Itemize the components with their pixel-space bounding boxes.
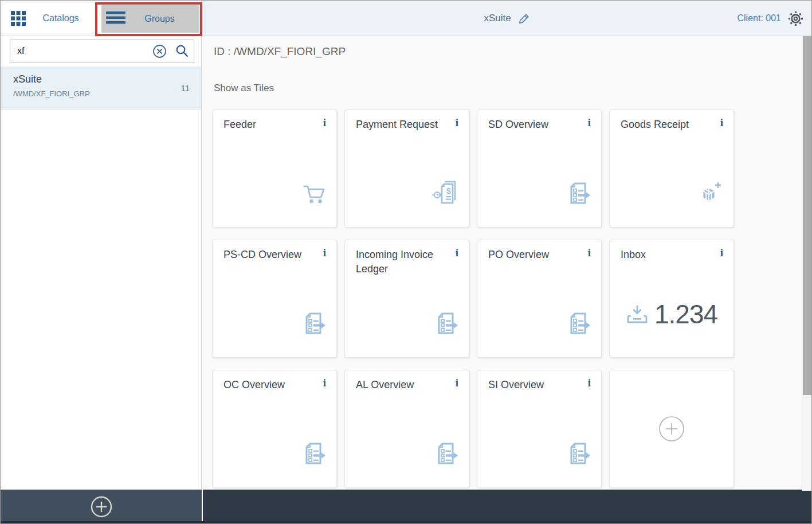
footer-sidebar-section xyxy=(1,490,202,523)
document-arrow-icon xyxy=(567,441,591,466)
groups-label: Groups xyxy=(125,14,199,24)
group-title: xSuite xyxy=(484,13,511,24)
tile-title: OC Overview xyxy=(213,370,336,392)
launchpad-designer-window: Catalogs Groups xSuite xyxy=(0,0,812,524)
payment-request-icon: $ xyxy=(432,180,458,205)
main-content: ID : /WMD/XF_FIORI_GRP Show as Tiles Fee… xyxy=(202,36,802,491)
footer-bar xyxy=(1,490,811,523)
info-icon[interactable]: i xyxy=(456,377,458,388)
document-arrow-icon xyxy=(567,181,591,205)
tile[interactable]: Incoming Invoice Ledger i xyxy=(344,240,469,358)
tile[interactable]: Feeder i xyxy=(212,110,337,228)
tile-grid: Feeder i Payment Request i $ xyxy=(212,110,734,488)
clear-search-icon[interactable] xyxy=(148,40,171,62)
tile[interactable]: SI Overview i xyxy=(477,370,602,488)
vertical-scrollbar[interactable] xyxy=(802,36,811,491)
tile-title: PO Overview xyxy=(477,240,601,262)
sidebar-header: Catalogs Groups xyxy=(1,1,202,36)
tile-title: SI Overview xyxy=(477,370,601,392)
info-icon[interactable]: i xyxy=(720,117,723,128)
settings-gear-icon[interactable] xyxy=(787,10,805,28)
show-as-tiles-label: Show as Tiles xyxy=(214,83,274,94)
tile-title: Inbox xyxy=(610,240,733,262)
catalogs-label: Catalogs xyxy=(42,13,79,24)
search-icon[interactable] xyxy=(171,40,194,62)
add-tile-button[interactable] xyxy=(609,370,734,488)
main-header: xSuite Client: 001 xyxy=(202,1,811,36)
kpi-value: 1.234 xyxy=(654,299,717,330)
group-item-count: 11 xyxy=(181,83,190,93)
info-icon[interactable]: i xyxy=(323,117,326,128)
info-icon[interactable]: i xyxy=(323,377,326,388)
tile[interactable]: PS-CD Overview i xyxy=(212,240,337,358)
document-arrow-icon xyxy=(434,441,458,466)
tile-title: Payment Request xyxy=(345,110,469,132)
hamburger-icon xyxy=(106,11,125,26)
add-group-button[interactable] xyxy=(90,495,113,518)
grid-icon[interactable] xyxy=(11,11,26,28)
tile-title: AL Overview xyxy=(345,370,469,392)
document-arrow-icon xyxy=(302,441,326,466)
tile-kpi: 1.234 xyxy=(610,299,733,330)
tile-title: Goods Receipt xyxy=(610,110,733,132)
edit-pencil-icon[interactable] xyxy=(518,13,530,25)
document-arrow-icon xyxy=(434,311,458,335)
group-list: xSuite /WMD/XF_FIORI_GRP 11 xyxy=(1,67,201,110)
tile[interactable]: Goods Receipt i xyxy=(609,110,734,228)
tile[interactable]: OC Overview i xyxy=(212,370,337,488)
tile[interactable]: Payment Request i $ xyxy=(344,110,469,228)
cart-icon xyxy=(302,183,326,205)
tab-groups[interactable]: Groups xyxy=(101,5,199,33)
info-icon[interactable]: i xyxy=(720,247,723,258)
sidebar: xSuite /WMD/XF_FIORI_GRP 11 xyxy=(1,36,202,491)
search-input[interactable] xyxy=(10,46,148,56)
info-icon[interactable]: i xyxy=(588,247,591,258)
footer-main-section xyxy=(203,490,811,523)
tile-title: SD Overview xyxy=(477,110,601,132)
scrollbar-thumb[interactable] xyxy=(803,36,811,395)
group-list-item-selected[interactable]: xSuite /WMD/XF_FIORI_GRP 11 xyxy=(1,67,201,110)
search-box xyxy=(10,40,194,62)
inbox-icon xyxy=(626,303,649,326)
svg-text:$: $ xyxy=(446,186,451,195)
document-arrow-icon xyxy=(302,311,326,335)
tile[interactable]: Inbox i 1.234 xyxy=(609,240,734,358)
tile-title: Feeder xyxy=(213,110,336,132)
tile-title: PS-CD Overview xyxy=(213,240,336,262)
tile[interactable]: AL Overview i xyxy=(344,370,469,488)
client-label: Client: 001 xyxy=(738,13,782,24)
info-icon[interactable]: i xyxy=(588,377,591,388)
add-circle-icon xyxy=(658,416,685,442)
info-icon[interactable]: i xyxy=(456,247,458,258)
tile-title: Incoming Invoice Ledger xyxy=(345,240,469,276)
tile[interactable]: PO Overview i xyxy=(477,240,602,358)
window-bottom-edge xyxy=(1,521,811,523)
info-icon[interactable]: i xyxy=(588,117,591,128)
group-item-id: /WMD/XF_FIORI_GRP xyxy=(13,89,190,98)
document-arrow-icon xyxy=(567,311,591,335)
info-icon[interactable]: i xyxy=(456,117,458,128)
tile[interactable]: SD Overview i xyxy=(477,110,602,228)
tab-catalogs[interactable]: Catalogs xyxy=(26,1,96,36)
group-id-heading: ID : /WMD/XF_FIORI_GRP xyxy=(214,45,346,58)
info-icon[interactable]: i xyxy=(323,247,326,258)
group-item-title: xSuite xyxy=(13,73,190,85)
cube-plus-icon xyxy=(697,179,723,205)
